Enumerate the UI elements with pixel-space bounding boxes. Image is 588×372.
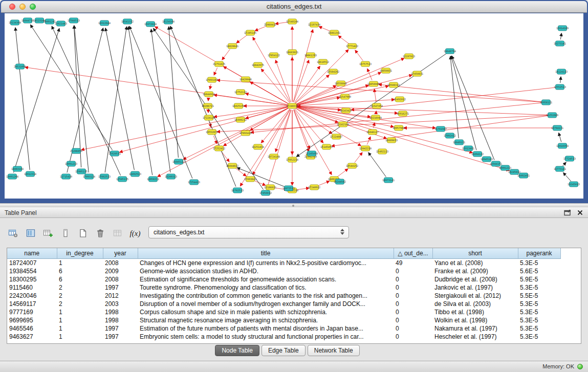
graph-node[interactable]: 19552873: [206, 129, 218, 135]
graph-node[interactable]: 18134304: [9, 20, 21, 25]
graph-node[interactable]: 18558842: [335, 81, 347, 86]
graph-node[interactable]: 11547909: [339, 94, 351, 99]
split-pane-divider[interactable]: [0, 203, 588, 207]
graph-node[interactable]: 15145450: [306, 151, 318, 156]
table-row[interactable]: 1830029562008Estimation of significance …: [7, 275, 560, 283]
graph-node[interactable]: 14618512: [317, 59, 329, 64]
graph-node[interactable]: 18420046: [239, 77, 252, 82]
graph-node[interactable]: 16044822: [226, 163, 238, 168]
graph-node[interactable]: 18134104: [162, 19, 175, 24]
graph-node[interactable]: 16842075: [252, 62, 264, 68]
graph-node[interactable]: 20531090: [14, 64, 26, 69]
graph-node[interactable]: 15492113: [376, 149, 388, 154]
graph-node[interactable]: 13091204: [6, 174, 18, 179]
graph-node[interactable]: 19757513: [359, 61, 372, 67]
graph-node[interactable]: 18972513: [282, 186, 295, 191]
graph-node[interactable]: 18300212: [234, 117, 247, 122]
graph-node[interactable]: 18508313: [387, 82, 400, 87]
graph-node[interactable]: 18991213: [499, 165, 511, 170]
float-panel-icon[interactable]: [563, 209, 571, 216]
table-row[interactable]: 969969511998Structural magnetic resonanc…: [7, 316, 560, 324]
graph-node[interactable]: 18089653: [385, 138, 398, 143]
column-header[interactable]: short: [432, 248, 518, 259]
graph-node[interactable]: 15021443: [55, 21, 67, 26]
graph-node[interactable]: 12162104: [337, 122, 349, 127]
graph-node[interactable]: 16912314: [24, 171, 36, 177]
graph-node[interactable]: 16163427: [340, 108, 352, 113]
graph-node[interactable]: 18091213: [65, 161, 77, 166]
table-row[interactable]: 946362711997Embryonic stem cells: a mode…: [7, 333, 560, 341]
column-header[interactable]: in_degree: [57, 248, 103, 259]
graph-node[interactable]: 15958131: [540, 100, 552, 105]
close-panel-icon[interactable]: [576, 209, 584, 216]
trash-icon[interactable]: [93, 226, 107, 240]
graph-node[interactable]: 16702513: [231, 188, 244, 193]
function-icon[interactable]: f(x): [128, 226, 142, 240]
graph-node[interactable]: 21751025: [213, 61, 225, 67]
graph-node[interactable]: 12197013: [403, 54, 415, 59]
graph-node[interactable]: 12752112: [234, 90, 247, 95]
graph-node[interactable]: 16844710: [21, 18, 34, 23]
graph-node[interactable]: 17450012: [259, 190, 272, 195]
graph-node[interactable]: 18957984: [393, 125, 405, 130]
graph-node[interactable]: 18049131: [453, 140, 465, 145]
graph-node[interactable]: 14820641: [226, 43, 238, 49]
table-columns-icon[interactable]: [24, 226, 38, 240]
graph-node[interactable]: 17771422: [346, 43, 358, 49]
graph-node[interactable]: 12186021: [264, 185, 276, 190]
graph-node[interactable]: 10958231: [147, 177, 159, 182]
table-row[interactable]: 2242004622012Investigating the contribut…: [7, 292, 560, 300]
graph-node[interactable]: 15492812: [394, 97, 406, 102]
graph-node[interactable]: 14850083: [367, 81, 380, 86]
column-header[interactable]: pagerank: [518, 248, 560, 259]
graph-node[interactable]: 12548104: [286, 19, 298, 24]
graph-node[interactable]: 18209313: [165, 174, 177, 179]
graph-node[interactable]: 18273141: [554, 41, 566, 46]
graph-node[interactable]: 17450831: [411, 71, 423, 76]
graph-node[interactable]: 17093841: [244, 177, 256, 182]
table-row[interactable]: 977716911998Corpus callosum shape and si…: [7, 308, 560, 316]
column-icon[interactable]: [58, 226, 73, 240]
memory-status-indicator[interactable]: [577, 364, 583, 369]
table-settings-icon[interactable]: [6, 226, 20, 240]
new-document-icon[interactable]: [76, 226, 90, 240]
graph-node[interactable]: 18724104: [268, 154, 280, 159]
column-header[interactable]: year: [103, 248, 138, 259]
graph-node[interactable]: 17240335: [286, 103, 298, 108]
graph-node[interactable]: 17093267: [206, 77, 218, 82]
graph-node[interactable]: 15584202: [327, 69, 339, 74]
graph-node[interactable]: 15920531: [108, 151, 121, 156]
graph-node[interactable]: 16092513: [129, 171, 141, 177]
graph-node[interactable]: 16944151: [490, 161, 502, 166]
graph-node[interactable]: 14850831: [380, 68, 392, 73]
graph-node[interactable]: 16025151: [232, 103, 245, 108]
graph-node[interactable]: 18603021: [286, 50, 298, 55]
table-row[interactable]: 1938455462009Genome-wide association stu…: [7, 267, 560, 275]
graph-node[interactable]: 16845122: [172, 159, 185, 164]
table-row[interactable]: 911546021997Tourette syndrome. Phenomeno…: [7, 283, 560, 292]
column-header[interactable]: name: [7, 248, 57, 259]
graph-node[interactable]: 10945103: [481, 157, 493, 162]
tab-network-table[interactable]: Network Table: [308, 345, 360, 356]
graph-node[interactable]: 16844913: [203, 92, 215, 97]
graph-node[interactable]: 11715410: [60, 174, 72, 179]
graph-node[interactable]: 18286721: [202, 103, 214, 108]
graph-node[interactable]: 12042210: [359, 146, 372, 151]
graph-node[interactable]: 13216044: [369, 115, 382, 120]
graph-node[interactable]: 16046127: [366, 129, 379, 135]
graph-node[interactable]: 16094122: [471, 151, 484, 157]
graph-node[interactable]: 12197434: [308, 22, 320, 27]
table-row[interactable]: 946554611997Estimation of the future num…: [7, 324, 560, 333]
graph-node[interactable]: 12552513: [554, 84, 566, 90]
graph-node[interactable]: 16916271: [397, 111, 409, 116]
tab-edge-table[interactable]: Edge Table: [262, 345, 306, 356]
graph-node[interactable]: 12505135: [116, 177, 128, 182]
network-window-titlebar[interactable]: citations_edges.txt: [1, 1, 587, 13]
graph-node[interactable]: 16861341: [328, 30, 340, 35]
graph-node[interactable]: 16791907: [434, 126, 447, 132]
graph-node[interactable]: 11547454: [371, 103, 383, 108]
tab-node-table[interactable]: Node Table: [215, 345, 259, 356]
graph-node[interactable]: 19245013: [568, 182, 580, 187]
graph-node[interactable]: 17724513: [563, 156, 576, 161]
graph-node[interactable]: 16251434: [252, 144, 264, 149]
